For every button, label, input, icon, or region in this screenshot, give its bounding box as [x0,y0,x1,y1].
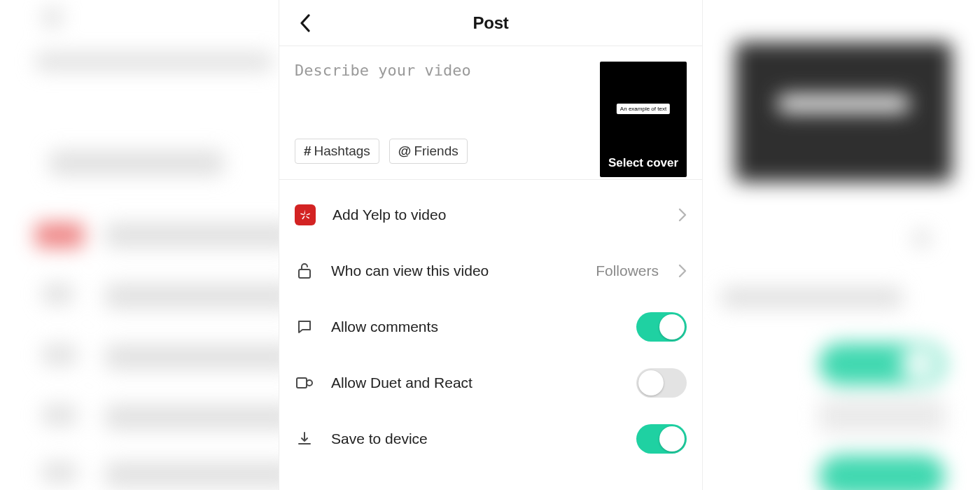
caption-section: # Hashtags @ Friends An example of text … [279,46,702,180]
allow-duet-toggle[interactable] [636,368,687,398]
allow-comments-label: Allow comments [331,318,620,335]
privacy-value: Followers [596,262,659,279]
save-to-device-row: Save to device [295,411,687,467]
chevron-left-icon [300,14,311,32]
cover-preview-text: An example of text [617,104,670,114]
caption-input[interactable] [295,62,587,139]
settings-list: Add Yelp to video Who can view this vide… [279,187,702,467]
chevron-right-icon [678,208,687,222]
svg-rect-0 [299,270,310,278]
page-title: Post [473,13,509,33]
hashtags-chip[interactable]: # Hashtags [295,139,379,164]
add-yelp-label: Add Yelp to video [332,206,662,223]
back-button[interactable] [295,13,316,34]
privacy-row[interactable]: Who can view this video Followers [295,243,687,299]
yelp-icon [295,204,316,225]
svg-rect-1 [297,378,307,388]
at-icon: @ [398,144,412,159]
privacy-label: Who can view this video [331,262,579,279]
lock-open-icon [295,261,314,281]
allow-comments-toggle[interactable] [636,312,687,342]
chevron-right-icon [678,264,687,278]
hashtags-chip-label: Hashtags [314,144,370,159]
allow-comments-row: Allow comments [295,299,687,355]
svg-point-2 [307,380,312,386]
select-cover-label: Select cover [608,156,678,170]
select-cover-button[interactable]: An example of text Select cover [600,62,687,177]
comment-icon [295,317,314,337]
add-yelp-row[interactable]: Add Yelp to video [295,187,687,243]
friends-chip[interactable]: @ Friends [389,139,468,164]
download-icon [295,429,314,449]
allow-duet-label: Allow Duet and React [331,374,620,391]
post-modal: Post # Hashtags @ Friends An example of … [279,0,703,490]
hash-icon: # [304,144,312,159]
friends-chip-label: Friends [414,144,458,159]
modal-header: Post [279,0,702,46]
save-to-device-toggle[interactable] [636,424,687,454]
save-to-device-label: Save to device [331,430,620,447]
duet-icon [295,373,314,393]
allow-duet-row: Allow Duet and React [295,355,687,411]
